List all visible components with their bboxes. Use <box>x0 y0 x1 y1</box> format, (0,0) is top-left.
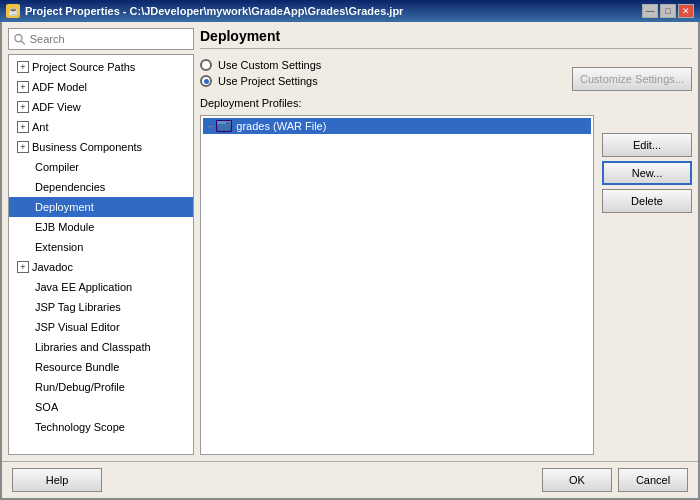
radio-custom-label: Use Custom Settings <box>218 59 321 71</box>
nav-item-libraries-classpath[interactable]: Libraries and Classpath <box>9 337 193 357</box>
nav-item-label: Dependencies <box>35 179 105 195</box>
nav-item-label: JSP Tag Libraries <box>35 299 121 315</box>
profiles-area: ···grades (WAR File) <box>200 115 594 455</box>
profiles-list: ···grades (WAR File) <box>200 115 594 455</box>
nav-item-label: Java EE Application <box>35 279 132 295</box>
search-input[interactable] <box>30 33 189 45</box>
profile-icon <box>216 120 232 132</box>
window-title: Project Properties - C:\JDeveloper\mywor… <box>25 5 403 17</box>
nav-item-label: Javadoc <box>32 259 73 275</box>
profiles-label: Deployment Profiles: <box>200 97 692 109</box>
nav-tree: +Project Source Paths+ADF Model+ADF View… <box>8 54 194 455</box>
nav-item-label: Compiler <box>35 159 79 175</box>
radio-project[interactable] <box>200 75 212 87</box>
nav-item-label: Run/Debug/Profile <box>35 379 125 395</box>
search-box <box>8 28 194 50</box>
nav-item-label: ADF Model <box>32 79 87 95</box>
main-content: +Project Source Paths+ADF Model+ADF View… <box>2 22 698 461</box>
profile-label: grades (WAR File) <box>236 120 326 132</box>
nav-item-label: Libraries and Classpath <box>35 339 151 355</box>
nav-item-label: ADF View <box>32 99 81 115</box>
delete-button[interactable]: Delete <box>602 189 692 213</box>
nav-item-jsp-visual-editor[interactable]: JSP Visual Editor <box>9 317 193 337</box>
radio-custom[interactable] <box>200 59 212 71</box>
radio-custom-row[interactable]: Use Custom Settings <box>200 59 321 71</box>
nav-item-adf-view[interactable]: +ADF View <box>9 97 193 117</box>
svg-point-0 <box>15 34 22 41</box>
app-icon: ☕ <box>6 4 20 18</box>
nav-item-label: SOA <box>35 399 58 415</box>
expand-icon[interactable]: + <box>17 61 29 73</box>
nav-item-soa[interactable]: SOA <box>9 397 193 417</box>
svg-line-1 <box>21 41 25 45</box>
nav-item-label: JSP Visual Editor <box>35 319 120 335</box>
nav-item-label: Extension <box>35 239 83 255</box>
edit-button[interactable]: Edit... <box>602 133 692 157</box>
nav-item-adf-model[interactable]: +ADF Model <box>9 77 193 97</box>
nav-item-deployment[interactable]: Deployment <box>9 197 193 217</box>
radio-project-row[interactable]: Use Project Settings <box>200 75 321 87</box>
bottom-bar: Help OK Cancel <box>2 461 698 498</box>
cancel-button[interactable]: Cancel <box>618 468 688 492</box>
nav-item-label: Business Components <box>32 139 142 155</box>
radio-group: Use Custom Settings Use Project Settings <box>200 55 321 91</box>
deployment-section: ···grades (WAR File) Edit... New... Dele… <box>200 115 692 455</box>
close-button[interactable]: ✕ <box>678 4 694 18</box>
nav-item-label: Project Source Paths <box>32 59 135 75</box>
nav-item-business-components[interactable]: +Business Components <box>9 137 193 157</box>
bottom-right-buttons: OK Cancel <box>542 468 688 492</box>
nav-item-label: Resource Bundle <box>35 359 119 375</box>
left-panel: +Project Source Paths+ADF Model+ADF View… <box>8 28 194 455</box>
title-bar: ☕ Project Properties - C:\JDeveloper\myw… <box>0 0 700 22</box>
right-panel: Deployment Use Custom Settings Use Proje… <box>200 28 692 455</box>
minimize-button[interactable]: — <box>642 4 658 18</box>
radio-project-label: Use Project Settings <box>218 75 318 87</box>
nav-item-resource-bundle[interactable]: Resource Bundle <box>9 357 193 377</box>
maximize-button[interactable]: □ <box>660 4 676 18</box>
nav-item-extension[interactable]: Extension <box>9 237 193 257</box>
nav-item-run-debug-profile[interactable]: Run/Debug/Profile <box>9 377 193 397</box>
window-controls: — □ ✕ <box>642 4 694 18</box>
nav-item-project-source-paths[interactable]: +Project Source Paths <box>9 57 193 77</box>
expand-icon[interactable]: + <box>17 101 29 113</box>
nav-item-dependencies[interactable]: Dependencies <box>9 177 193 197</box>
help-button[interactable]: Help <box>12 468 102 492</box>
dialog-body: +Project Source Paths+ADF Model+ADF View… <box>0 22 700 500</box>
nav-item-label: EJB Module <box>35 219 94 235</box>
nav-item-technology-scope[interactable]: Technology Scope <box>9 417 193 437</box>
svg-rect-2 <box>218 123 230 131</box>
nav-item-javadoc[interactable]: +Javadoc <box>9 257 193 277</box>
expand-icon[interactable]: + <box>17 81 29 93</box>
nav-item-label: Deployment <box>35 199 94 215</box>
nav-item-label: Ant <box>32 119 49 135</box>
nav-item-compiler[interactable]: Compiler <box>9 157 193 177</box>
panel-title: Deployment <box>200 28 692 49</box>
nav-item-ant[interactable]: +Ant <box>9 117 193 137</box>
expand-icon[interactable]: + <box>17 261 29 273</box>
nav-item-jsp-tag-libraries[interactable]: JSP Tag Libraries <box>9 297 193 317</box>
customize-settings-button[interactable]: Customize Settings... <box>572 67 692 91</box>
nav-item-ejb-module[interactable]: EJB Module <box>9 217 193 237</box>
profile-dots: ··· <box>207 121 212 132</box>
ok-button[interactable]: OK <box>542 468 612 492</box>
nav-item-label: Technology Scope <box>35 419 125 435</box>
expand-icon[interactable]: + <box>17 121 29 133</box>
profile-item-grades-war[interactable]: ···grades (WAR File) <box>203 118 591 134</box>
new-button[interactable]: New... <box>602 161 692 185</box>
svg-rect-3 <box>218 121 226 124</box>
expand-icon[interactable]: + <box>17 141 29 153</box>
action-buttons: Edit... New... Delete <box>602 115 692 455</box>
nav-item-java-ee-application[interactable]: Java EE Application <box>9 277 193 297</box>
search-icon <box>13 32 26 46</box>
